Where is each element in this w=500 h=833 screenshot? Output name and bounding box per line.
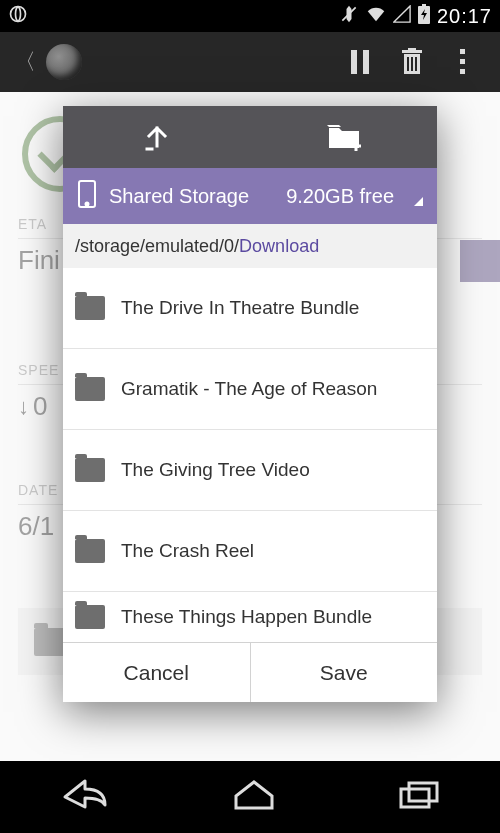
status-bar: 20:17 [0, 0, 500, 32]
folder-icon [75, 458, 105, 482]
save-button[interactable]: Save [251, 643, 438, 702]
list-item[interactable]: These Things Happen Bundle [63, 592, 437, 642]
wifi-icon [365, 4, 387, 29]
action-bar: 〈 [0, 32, 500, 92]
folder-icon [75, 605, 105, 629]
storage-selector[interactable]: Shared Storage 9.20GB free [63, 168, 437, 224]
storage-name: Shared Storage [109, 185, 274, 208]
svg-rect-4 [351, 50, 357, 74]
folder-icon [75, 539, 105, 563]
folder-icon [75, 377, 105, 401]
folder-name: These Things Happen Bundle [121, 606, 372, 628]
svg-rect-7 [402, 50, 422, 53]
download-arrow-icon: ↓ [18, 394, 29, 420]
path-leaf: Download [239, 236, 319, 257]
svg-rect-3 [422, 4, 426, 6]
back-caret-icon[interactable]: 〈 [14, 47, 36, 77]
mute-icon [339, 4, 359, 29]
cell-signal-icon [393, 5, 411, 28]
list-item[interactable]: The Giving Tree Video [63, 430, 437, 511]
clock: 20:17 [437, 5, 492, 28]
svg-rect-8 [408, 48, 416, 50]
spinner-triangle-icon [414, 197, 423, 206]
folder-name: The Crash Reel [121, 540, 254, 562]
list-item[interactable]: Gramatik - The Age of Reason [63, 349, 437, 430]
folder-icon [75, 296, 105, 320]
nav-home-button[interactable] [230, 778, 278, 816]
purple-accent-strip [460, 240, 500, 282]
nav-back-button[interactable] [59, 777, 111, 817]
svg-rect-14 [460, 69, 465, 74]
delete-button[interactable] [390, 40, 434, 84]
list-item[interactable]: The Crash Reel [63, 511, 437, 592]
svg-rect-11 [415, 57, 417, 71]
svg-rect-9 [407, 57, 409, 71]
svg-rect-5 [363, 50, 369, 74]
list-item[interactable]: The Drive In Theatre Bundle [63, 268, 437, 349]
nav-bar [0, 761, 500, 833]
svg-rect-19 [401, 789, 429, 807]
cancel-button[interactable]: Cancel [63, 643, 251, 702]
current-path: /storage/emulated/0/Download [63, 224, 437, 268]
battery-charging-icon [417, 4, 431, 29]
svg-point-0 [11, 6, 26, 21]
dialog-buttons: Cancel Save [63, 642, 437, 702]
folder-picker-dialog: Shared Storage 9.20GB free /storage/emul… [63, 106, 437, 702]
dialog-toolbar [63, 106, 437, 168]
svg-rect-12 [460, 49, 465, 54]
folder-list[interactable]: The Drive In Theatre Bundle Gramatik - T… [63, 268, 437, 642]
svg-rect-10 [411, 57, 413, 71]
up-folder-button[interactable] [63, 106, 250, 168]
folder-name: The Drive In Theatre Bundle [121, 297, 359, 319]
new-folder-button[interactable] [250, 106, 437, 168]
overflow-menu-button[interactable] [442, 40, 486, 84]
folder-name: The Giving Tree Video [121, 459, 310, 481]
path-prefix: /storage/emulated/0/ [75, 236, 239, 257]
phone-icon [77, 179, 97, 214]
svg-rect-13 [460, 59, 465, 64]
storage-free: 9.20GB free [286, 185, 394, 208]
app-logo[interactable] [46, 44, 82, 80]
pause-button[interactable] [338, 40, 382, 84]
nav-recents-button[interactable] [397, 779, 441, 815]
svg-rect-20 [409, 783, 437, 801]
svg-point-18 [86, 202, 89, 205]
folder-name: Gramatik - The Age of Reason [121, 378, 377, 400]
app-notification-icon [8, 4, 28, 29]
